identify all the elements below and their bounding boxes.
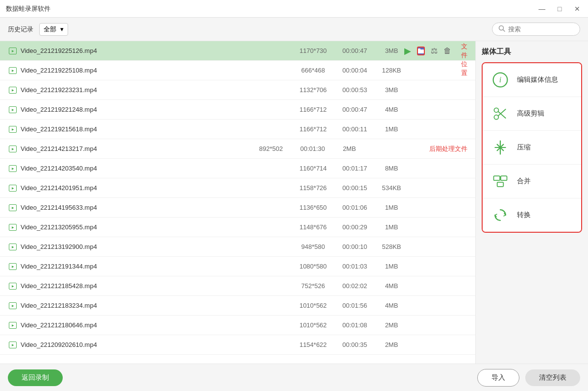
minimize-button[interactable]: — bbox=[537, 5, 547, 13]
post-process-tooltip: 后期处理文件 bbox=[429, 145, 467, 153]
tool-item-convert[interactable]: 转换 bbox=[483, 198, 581, 232]
tool-item-edit-info[interactable]: i 编辑媒体信息 bbox=[483, 63, 581, 97]
table-row[interactable]: Video_221212185428.mp4752*52600:02:024MB bbox=[0, 276, 475, 296]
folder-tooltip: 查看文件位置 bbox=[461, 41, 467, 77]
record-button[interactable]: 返回录制 bbox=[8, 369, 63, 386]
file-resolution: 752*526 bbox=[291, 282, 335, 290]
file-resolution: 1148*676 bbox=[291, 223, 335, 231]
tool-item-merge[interactable]: 合并 bbox=[483, 165, 581, 198]
settings-icon[interactable]: ⚖ bbox=[431, 46, 438, 55]
info-icon: i bbox=[490, 70, 510, 90]
table-row[interactable]: Video_221209202610.mp41154*62200:00:352M… bbox=[0, 335, 475, 355]
file-icon bbox=[8, 302, 18, 310]
file-resolution: 1132*706 bbox=[291, 86, 335, 94]
table-row[interactable]: Video_221212191344.mp41080*58000:01:031M… bbox=[0, 257, 475, 276]
file-size: 534KB bbox=[374, 184, 409, 192]
file-name: Video_221212185428.mp4 bbox=[21, 282, 291, 290]
file-resolution: 1136*650 bbox=[291, 204, 335, 211]
file-name: Video_221213205955.mp4 bbox=[21, 223, 291, 231]
file-name: Video_221214195633.mp4 bbox=[21, 204, 291, 211]
file-icon bbox=[8, 145, 18, 153]
file-duration: 00:01:03 bbox=[335, 263, 374, 270]
file-resolution: 1010*562 bbox=[291, 302, 335, 309]
file-duration: 00:00:11 bbox=[335, 125, 374, 133]
table-row[interactable]: Video_221213192900.mp4948*58000:00:10528… bbox=[0, 237, 475, 257]
toolbar: 历史记录 全部 ▾ bbox=[0, 18, 588, 41]
file-size: 3MB bbox=[374, 47, 409, 54]
table-row[interactable]: Video_221214203540.mp41160*71400:01:178M… bbox=[0, 159, 475, 178]
table-row[interactable]: Video_221219215618.mp41166*71200:00:111M… bbox=[0, 120, 475, 139]
file-duration: 00:00:53 bbox=[335, 86, 374, 94]
file-size: 8MB bbox=[374, 165, 409, 172]
file-icon bbox=[8, 321, 18, 329]
file-resolution: 1160*714 bbox=[291, 165, 335, 172]
file-resolution: 1170*730 bbox=[291, 47, 335, 54]
file-icon bbox=[8, 184, 18, 192]
file-icon bbox=[8, 341, 18, 349]
tool-item-advanced-cut[interactable]: 高级剪辑 bbox=[483, 97, 581, 131]
file-resolution: 1166*712 bbox=[291, 125, 335, 133]
table-row[interactable]: Video_221219221248.mp41166*71200:00:474M… bbox=[0, 100, 475, 120]
filter-dropdown[interactable]: 全部 ▾ bbox=[39, 23, 68, 36]
file-size: 128KB bbox=[374, 67, 409, 74]
svg-rect-15 bbox=[497, 182, 504, 187]
history-label: 历史记录 bbox=[8, 25, 33, 34]
file-resolution: 1166*712 bbox=[291, 106, 335, 113]
table-row[interactable]: Video_221214195633.mp41136*65000:01:061M… bbox=[0, 198, 475, 218]
close-button[interactable]: ✕ bbox=[572, 5, 582, 13]
file-duration: 00:02:02 bbox=[335, 282, 374, 290]
svg-rect-14 bbox=[501, 176, 507, 180]
table-row[interactable]: Video_221212180646.mp41010*56200:01:082M… bbox=[0, 316, 475, 335]
app-title: 数据蛙录屏软件 bbox=[6, 4, 50, 13]
file-icon bbox=[8, 165, 18, 172]
tool-item-compress[interactable]: 压缩 bbox=[483, 131, 581, 165]
folder-icon[interactable] bbox=[417, 47, 425, 55]
tool-label-compress: 压缩 bbox=[517, 143, 531, 152]
file-duration: 00:01:56 bbox=[335, 302, 374, 309]
scissors-icon bbox=[490, 104, 510, 123]
table-row[interactable]: Video_221213205955.mp41148*67600:00:291M… bbox=[0, 218, 475, 237]
file-duration: 00:00:47 bbox=[335, 106, 374, 113]
file-size: 528KB bbox=[374, 243, 409, 250]
file-duration: 00:00:10 bbox=[335, 243, 374, 250]
maximize-button[interactable]: □ bbox=[555, 5, 564, 13]
file-icon bbox=[8, 67, 18, 74]
file-icon bbox=[8, 243, 18, 251]
main-area: 历史记录 全部 ▾ Video_221219225126.mp41170*730… bbox=[0, 18, 588, 391]
file-name: Video_221219215618.mp4 bbox=[21, 125, 291, 133]
sidebar: 媒体工具 i 编辑媒体信息 高级剪辑 压缩 bbox=[475, 41, 588, 364]
table-row[interactable]: Video_221219223231.mp41132*70600:00:533M… bbox=[0, 80, 475, 100]
table-row[interactable]: Video_221214213217.mp4892*50200:01:302MB… bbox=[0, 139, 475, 159]
filter-value: 全部 bbox=[44, 25, 56, 34]
table-row[interactable]: Video_221219225108.mp4666*46800:00:04128… bbox=[0, 61, 475, 80]
file-name: Video_221214203540.mp4 bbox=[21, 165, 291, 172]
table-row[interactable]: Video_221212183234.mp41010*56200:01:564M… bbox=[0, 296, 475, 316]
file-name: Video_221212180646.mp4 bbox=[21, 321, 291, 329]
table-row[interactable]: Video_221214201951.mp41158*72600:00:1553… bbox=[0, 178, 475, 198]
file-name: Video_221219223231.mp4 bbox=[21, 86, 291, 94]
delete-icon[interactable]: 🗑 bbox=[443, 47, 451, 55]
file-list: Video_221219225126.mp41170*73000:00:473M… bbox=[0, 41, 475, 364]
tool-label-merge: 合并 bbox=[517, 177, 531, 186]
clear-button[interactable]: 清空列表 bbox=[525, 369, 580, 386]
sidebar-title: 媒体工具 bbox=[482, 47, 582, 56]
file-size: 1MB bbox=[374, 204, 409, 211]
file-name: Video_221212191344.mp4 bbox=[21, 263, 291, 270]
file-duration: 00:00:35 bbox=[335, 341, 374, 348]
convert-icon bbox=[490, 205, 510, 225]
search-input[interactable] bbox=[508, 25, 572, 33]
file-name: Video_221219221248.mp4 bbox=[21, 106, 291, 113]
import-button[interactable]: 导入 bbox=[477, 369, 519, 387]
file-icon bbox=[8, 106, 18, 114]
play-icon[interactable]: ▶ bbox=[404, 46, 411, 56]
svg-line-1 bbox=[503, 30, 505, 32]
merge-icon bbox=[490, 171, 510, 191]
file-icon bbox=[8, 125, 18, 133]
file-resolution: 666*468 bbox=[291, 67, 335, 74]
file-duration: 00:00:47 bbox=[335, 47, 374, 54]
tool-label-convert: 转换 bbox=[517, 211, 531, 220]
file-name: Video_221209202610.mp4 bbox=[21, 341, 291, 348]
file-name: Video_221213192900.mp4 bbox=[21, 243, 291, 250]
table-row[interactable]: Video_221219225126.mp41170*73000:00:473M… bbox=[0, 41, 475, 61]
title-bar: 数据蛙录屏软件 — □ ✕ bbox=[0, 0, 588, 18]
